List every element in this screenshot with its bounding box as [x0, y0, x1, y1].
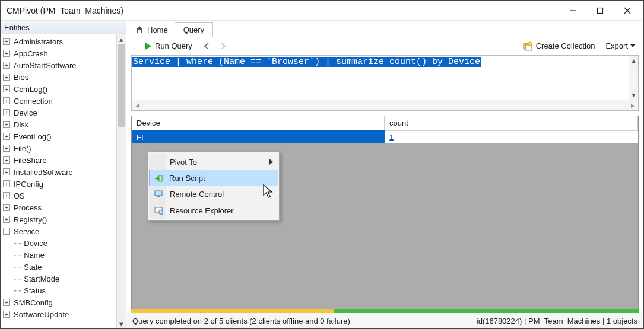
collapse-icon[interactable]: -: [3, 228, 10, 235]
svg-point-6: [528, 42, 532, 46]
scroll-thumb[interactable]: [118, 44, 125, 127]
nav-back-button[interactable]: [201, 40, 212, 52]
tree-item[interactable]: ⋯⋯Status: [3, 285, 116, 296]
svg-line-3: [624, 8, 630, 14]
tab-home[interactable]: Home: [129, 23, 175, 37]
context-menu-item[interactable]: Pivot To: [150, 154, 278, 170]
tree-item[interactable]: +CcmLog(): [3, 83, 116, 95]
status-bar: Query completed on 2 of 5 clients (2 cli…: [126, 313, 643, 328]
expand-icon[interactable]: +: [3, 97, 10, 104]
expand-icon[interactable]: +: [3, 85, 10, 92]
run-query-label: Run Query: [155, 41, 192, 50]
expand-icon[interactable]: +: [3, 74, 10, 81]
context-menu-label: Pivot To: [170, 158, 197, 167]
entities-header: Entities: [1, 21, 126, 34]
svg-rect-9: [157, 196, 160, 197]
context-menu[interactable]: Pivot ToRun ScriptRemote ControlResource…: [148, 152, 280, 221]
tree-item-label: Disk: [12, 120, 28, 129]
tree-item[interactable]: +Administrators: [3, 36, 116, 47]
nav-forward-button[interactable]: [217, 40, 229, 52]
column-header-count[interactable]: count_: [385, 116, 638, 130]
tree-item[interactable]: +OS: [3, 190, 116, 202]
svg-rect-1: [598, 8, 603, 13]
expand-icon[interactable]: +: [3, 121, 10, 128]
tree-item[interactable]: +FileShare: [3, 154, 116, 166]
editor-scroll-right-icon[interactable]: ▸: [627, 101, 638, 110]
export-button[interactable]: Export: [602, 40, 639, 52]
context-menu-label: Remote Control: [170, 190, 224, 199]
query-editor[interactable]: Service | where (Name == 'Browser') | su…: [132, 56, 638, 100]
tab-home-label: Home: [147, 25, 168, 34]
tree-item[interactable]: +Process: [3, 202, 116, 213]
context-menu-label: Run Script: [169, 174, 205, 183]
context-menu-item[interactable]: Resource Explorer: [150, 202, 278, 219]
tree-item[interactable]: +AppCrash: [3, 47, 116, 59]
entities-tree[interactable]: +Administrators+AppCrash+AutoStartSoftwa…: [1, 34, 116, 328]
expand-icon[interactable]: +: [3, 62, 10, 69]
editor-vscrollbar[interactable]: ▴ ▾: [629, 56, 638, 100]
minimize-button[interactable]: [559, 2, 586, 20]
tree-item[interactable]: -Service: [3, 225, 116, 237]
create-collection-label: Create Collection: [536, 41, 595, 50]
run-icon: [153, 173, 164, 184]
expand-icon[interactable]: +: [3, 299, 10, 306]
status-message: Query completed on 2 of 5 clients (2 cli…: [132, 317, 477, 325]
editor-hscrollbar[interactable]: ◂ ▸: [132, 100, 638, 110]
scroll-down-icon[interactable]: ▾: [117, 319, 126, 328]
editor-scroll-left-icon[interactable]: ◂: [132, 101, 142, 110]
maximize-button[interactable]: [586, 2, 614, 20]
tree-item[interactable]: ⋯⋯State: [3, 261, 116, 273]
tree-item[interactable]: +IPConfig: [3, 178, 116, 190]
run-query-button[interactable]: Run Query: [142, 40, 196, 52]
expand-icon[interactable]: +: [3, 204, 10, 211]
context-menu-item[interactable]: Remote Control: [150, 186, 278, 202]
tree-item[interactable]: +Disk: [3, 119, 116, 130]
tree-item[interactable]: ⋯⋯StartMode: [3, 273, 116, 285]
expand-icon[interactable]: +: [3, 216, 10, 223]
tree-item[interactable]: ⋯⋯Device: [3, 237, 116, 249]
tree-item[interactable]: +Connection: [3, 95, 116, 107]
window-controls: [559, 2, 641, 20]
tab-query[interactable]: Query: [175, 22, 213, 37]
query-toolbar: ⋮ Run Query Create Collection: [126, 37, 643, 55]
tree-item[interactable]: +File(): [3, 142, 116, 154]
tree-item-label: IPConfig: [12, 180, 43, 189]
context-menu-item[interactable]: Run Script: [149, 170, 278, 186]
tree-item[interactable]: +EventLog(): [3, 130, 116, 142]
context-menu-label: Resource Explorer: [170, 206, 234, 215]
tree-item[interactable]: +AutoStartSoftware: [3, 59, 116, 71]
cell-count[interactable]: 1: [385, 130, 638, 143]
tree-scrollbar[interactable]: ▴ ▾: [116, 34, 126, 328]
create-collection-button[interactable]: Create Collection: [521, 40, 598, 52]
expand-icon[interactable]: +: [3, 311, 10, 318]
tree-item-label: CcmLog(): [12, 85, 47, 94]
editor-scroll-down-icon[interactable]: ▾: [629, 90, 638, 100]
tree-item-label: File(): [12, 144, 31, 153]
expand-icon[interactable]: +: [3, 180, 10, 187]
expand-icon[interactable]: +: [3, 156, 10, 164]
close-button[interactable]: [614, 2, 641, 20]
tree-branch-icon: ⋯⋯: [14, 275, 21, 283]
expand-icon[interactable]: +: [3, 50, 10, 57]
table-row[interactable]: FI 1: [132, 130, 638, 143]
expand-icon[interactable]: +: [3, 133, 10, 140]
editor-scroll-up-icon[interactable]: ▴: [629, 56, 638, 65]
scroll-up-icon[interactable]: ▴: [117, 34, 126, 44]
tree-item[interactable]: +InstalledSoftware: [3, 166, 116, 178]
expand-icon[interactable]: +: [3, 192, 10, 199]
tree-item-label: InstalledSoftware: [12, 168, 73, 177]
home-icon: [135, 25, 144, 35]
expand-icon[interactable]: +: [3, 38, 10, 45]
tree-item[interactable]: +Bios: [3, 71, 116, 83]
tree-item-label: Service: [12, 227, 39, 236]
expand-icon[interactable]: +: [3, 109, 10, 116]
tree-item[interactable]: +SMBConfig: [3, 296, 116, 308]
expand-icon[interactable]: +: [3, 168, 10, 175]
column-header-device[interactable]: Device: [132, 116, 385, 130]
tree-item[interactable]: ⋯⋯Name: [3, 249, 116, 261]
tree-item[interactable]: +Device: [3, 107, 116, 119]
tree-item[interactable]: +SoftwareUpdate: [3, 308, 116, 320]
expand-icon[interactable]: +: [3, 145, 10, 152]
tree-branch-icon: ⋯⋯: [14, 251, 21, 259]
tree-item[interactable]: +Registry(): [3, 213, 116, 225]
